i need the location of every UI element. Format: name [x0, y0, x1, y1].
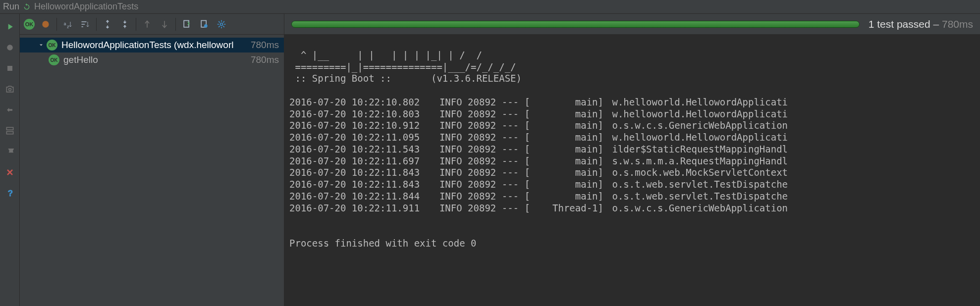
rerun-icon[interactable] [22, 2, 31, 11]
separator [136, 18, 136, 31]
sort-duration-icon[interactable] [79, 18, 92, 31]
test-method-row[interactable]: OK getHello 780ms [20, 52, 284, 67]
separator [175, 18, 176, 31]
test-progress-bar [291, 21, 860, 28]
ascii-art-line: ^ |__ | | | | | |_| | / / [289, 50, 482, 60]
prev-failed-icon[interactable] [141, 18, 154, 31]
tests-passed-label: 1 test passed [869, 18, 930, 30]
chevron-down-icon[interactable] [36, 42, 47, 48]
next-failed-icon[interactable] [158, 18, 171, 31]
test-settings-icon[interactable] [215, 18, 228, 31]
svg-rect-4 [6, 132, 13, 134]
log-line: 2016-07-20 10:22:11.911 INFO 20892 --- [… [289, 203, 975, 214]
close-icon[interactable] [4, 166, 16, 178]
collapse-all-icon[interactable] [118, 18, 131, 31]
left-gutter: ? [0, 14, 20, 306]
ascii-art-line: =========|_|==============|___/=/_/_/_/ [289, 61, 516, 72]
svg-rect-9 [184, 20, 189, 27]
test-class-row[interactable]: OK HellowordApplicationTests (wdx.hellow… [20, 38, 284, 52]
log-line: 2016-07-20 10:22:11.843 INFO 20892 --- [… [289, 179, 975, 191]
layout-icon[interactable] [4, 125, 16, 137]
ok-badge-icon: OK [49, 54, 59, 65]
exit-icon[interactable] [4, 104, 16, 116]
test-status-bar: 1 test passed – 780ms [284, 14, 980, 35]
run-title: HellowordApplicationTests [34, 1, 138, 12]
camera-icon[interactable] [4, 83, 16, 95]
expand-all-icon[interactable] [101, 18, 114, 31]
svg-text:a: a [64, 21, 66, 26]
svg-rect-3 [6, 127, 13, 130]
log-line: 2016-07-20 10:22:10.802 INFO 20892 --- [… [289, 97, 975, 108]
show-passed-icon[interactable]: OK [24, 19, 35, 30]
log-line: 2016-07-20 10:22:11.095 INFO 20892 --- [… [289, 132, 975, 144]
export-results-icon[interactable] [180, 18, 193, 31]
svg-text:?: ? [7, 189, 12, 198]
sort-alpha-icon[interactable]: az [61, 18, 74, 31]
ok-badge-icon: OK [47, 40, 57, 51]
svg-rect-1 [7, 66, 12, 71]
debug-icon[interactable] [4, 42, 16, 53]
svg-point-0 [7, 45, 13, 51]
svg-point-6 [42, 21, 49, 27]
pin-icon[interactable] [4, 146, 16, 157]
show-ignored-icon[interactable] [39, 18, 52, 31]
test-class-label: HellowordApplicationTests (wdx.helloworl [61, 40, 248, 51]
svg-point-12 [220, 23, 223, 25]
spring-banner-line: :: Spring Boot :: (v1.3.6.RELEASE) [289, 73, 522, 84]
title-bar: Run HellowordApplicationTests [0, 0, 980, 14]
log-line: 2016-07-20 10:22:10.803 INFO 20892 --- [… [289, 108, 975, 120]
console-panel: 1 test passed – 780ms ^ |__ | | | | | |_… [284, 14, 980, 306]
run-label: Run [3, 1, 19, 12]
import-results-icon[interactable] [198, 18, 211, 31]
help-icon[interactable]: ? [4, 187, 16, 199]
separator [56, 18, 57, 31]
log-line: 2016-07-20 10:22:11.697 INFO 20892 --- [… [289, 155, 975, 167]
log-line: 2016-07-20 10:22:11.543 INFO 20892 --- [… [289, 144, 975, 155]
console-output[interactable]: ^ |__ | | | | | |_| | / / =========|_|==… [284, 35, 980, 306]
exit-code-line: Process finished with exit code 0 [289, 238, 477, 249]
log-line: 2016-07-20 10:22:11.844 INFO 20892 --- [… [289, 191, 975, 203]
log-line: 2016-07-20 10:22:10.912 INFO 20892 --- [… [289, 120, 975, 132]
test-method-label: getHello [63, 54, 248, 65]
svg-point-11 [204, 24, 208, 28]
tests-time-label: 780ms [942, 18, 973, 30]
svg-text:z: z [67, 24, 69, 29]
stop-icon[interactable] [4, 62, 16, 74]
separator [96, 18, 97, 31]
run-icon[interactable] [4, 21, 16, 33]
test-class-time: 780ms [251, 40, 279, 51]
test-toolbar: OK az [20, 14, 284, 35]
svg-point-2 [8, 88, 11, 91]
test-method-time: 780ms [251, 54, 279, 65]
test-tree-panel: OK az OK HellowordApplicationTests (wdx.… [20, 14, 284, 306]
test-tree[interactable]: OK HellowordApplicationTests (wdx.hellow… [20, 35, 284, 306]
test-status-text: 1 test passed – 780ms [869, 18, 973, 30]
log-line: 2016-07-20 10:22:11.843 INFO 20892 --- [… [289, 167, 975, 179]
progress-fill [292, 21, 859, 27]
